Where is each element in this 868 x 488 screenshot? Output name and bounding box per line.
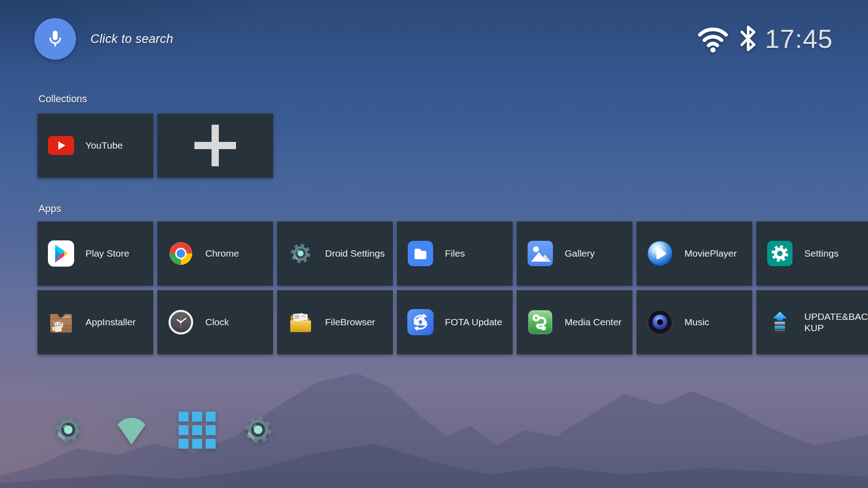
tile-label: Settings <box>804 248 839 259</box>
dock-wifi-icon <box>114 440 149 447</box>
tile-label: Gallery <box>565 248 595 259</box>
tile-label: FileBrowser <box>325 316 375 328</box>
tile-movieplayer[interactable]: MoviePlayer <box>637 221 752 286</box>
mountain-silhouette <box>0 339 868 488</box>
dock-settings-button[interactable] <box>51 412 86 449</box>
tile-add-collection[interactable] <box>157 113 273 178</box>
wifi-status-icon <box>695 21 731 58</box>
clock-time: 17:45 <box>765 20 833 58</box>
dock-settings-2-button[interactable] <box>241 412 276 449</box>
gallery-icon <box>527 240 554 267</box>
files-icon <box>407 240 434 267</box>
tile-fota-update[interactable]: FOTA Update <box>397 290 513 354</box>
tile-label: Files <box>445 248 465 259</box>
dock-all-apps-button[interactable] <box>179 412 216 450</box>
tile-label: Droid Settings <box>325 248 385 259</box>
collections-heading: Collections <box>38 93 87 105</box>
collections-row: YouTube <box>38 113 273 178</box>
tile-label: Chrome <box>205 248 239 259</box>
tile-music[interactable]: Music <box>637 290 752 354</box>
tile-filebrowser[interactable]: FileBrowser <box>277 290 393 354</box>
tile-update-backup[interactable]: UPDATE&BACKUP <box>756 290 868 354</box>
media-center-icon <box>527 309 554 336</box>
tile-chrome[interactable]: Chrome <box>157 221 273 286</box>
filebrowser-icon <box>287 309 314 336</box>
movieplayer-icon <box>646 240 674 267</box>
clock-icon <box>167 309 194 336</box>
chrome-icon <box>167 240 194 267</box>
tile-clock[interactable]: Clock <box>157 290 273 354</box>
voice-search-button[interactable] <box>34 18 76 60</box>
tile-label: UPDATE&BACKUP <box>804 311 868 333</box>
tile-settings[interactable]: Settings <box>756 221 868 286</box>
search-hint[interactable]: Click to search <box>90 26 173 52</box>
plus-icon <box>190 120 241 171</box>
tile-files[interactable]: Files <box>397 221 513 286</box>
fota-update-icon <box>407 309 434 336</box>
tile-label: Music <box>684 316 709 328</box>
play-store-icon <box>47 240 75 267</box>
dock-grid-icon <box>179 443 216 450</box>
update-backup-icon <box>766 309 793 336</box>
apps-grid: Play Store Chrome Droid Settings Files G… <box>38 221 868 354</box>
apps-heading: Apps <box>38 203 61 215</box>
bluetooth-status-icon <box>736 21 760 58</box>
dock-gear-icon <box>51 442 86 449</box>
dock-network-button[interactable] <box>114 416 149 447</box>
tile-label: FOTA Update <box>445 316 502 328</box>
tile-droid-settings[interactable]: Droid Settings <box>277 221 393 286</box>
dock-gear-icon <box>241 442 276 449</box>
svg-text:APP: APP <box>62 315 71 319</box>
tile-label: Clock <box>205 316 229 328</box>
tile-label: Media Center <box>565 316 622 328</box>
tile-gallery[interactable]: Gallery <box>517 221 632 286</box>
tile-youtube[interactable]: YouTube <box>38 113 153 178</box>
tile-media-center[interactable]: Media Center <box>517 290 632 354</box>
tile-label: AppInstaller <box>85 316 136 328</box>
tile-label: Play Store <box>85 248 129 259</box>
tile-appinstaller[interactable]: APP AppInstaller <box>38 290 153 354</box>
droid-settings-icon <box>287 240 314 267</box>
music-icon <box>646 309 674 336</box>
microphone-icon <box>45 28 66 50</box>
tile-label: YouTube <box>85 140 123 151</box>
settings-icon <box>766 240 793 267</box>
appinstaller-icon: APP <box>47 309 75 336</box>
youtube-icon <box>47 132 75 159</box>
tile-play-store[interactable]: Play Store <box>38 221 153 286</box>
tile-label: MoviePlayer <box>684 248 737 259</box>
